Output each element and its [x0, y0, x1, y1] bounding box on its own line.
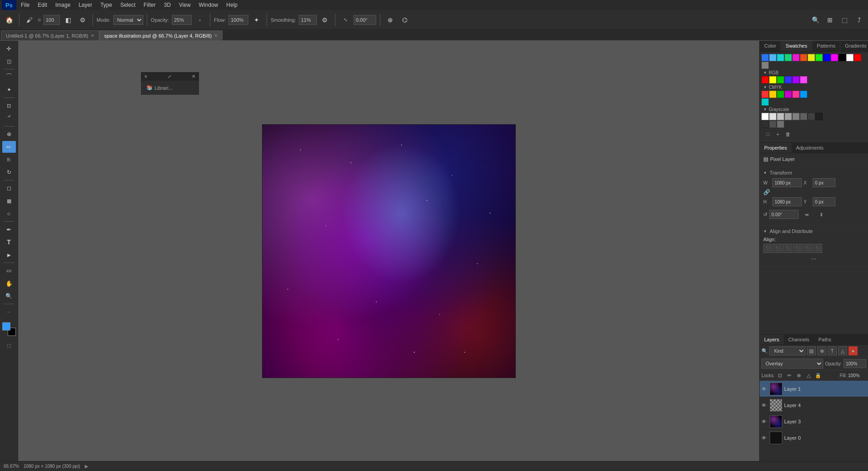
- menu-type[interactable]: Type: [97, 1, 116, 9]
- menu-3d[interactable]: 3D: [160, 1, 174, 9]
- opacity-icon[interactable]: ⬦: [194, 14, 206, 26]
- lock-image-btn[interactable]: ✏: [786, 371, 794, 379]
- swatch-item[interactable]: [785, 76, 792, 83]
- lock-artboard-btn[interactable]: △: [805, 371, 813, 379]
- flip-horizontal-icon[interactable]: ⇔: [800, 208, 813, 221]
- more-options-icon[interactable]: ···: [811, 255, 817, 262]
- tab-adjustments[interactable]: Adjustments: [791, 143, 828, 153]
- transform-header[interactable]: ▼ Transform: [763, 170, 864, 175]
- swatch-item[interactable]: [761, 113, 769, 120]
- swatch-item[interactable]: [761, 121, 769, 128]
- floating-panel-close-btn[interactable]: ≡: [145, 74, 147, 79]
- layer-item-2[interactable]: 👁 Layer 3: [760, 413, 868, 430]
- flow-input[interactable]: [228, 15, 248, 25]
- swatch-item[interactable]: [785, 91, 792, 98]
- swatch-item[interactable]: [777, 113, 784, 120]
- swatch-item[interactable]: [823, 54, 830, 61]
- swatch-item[interactable]: [769, 54, 776, 61]
- align-top-btn[interactable]: ⬛: [793, 244, 802, 253]
- align-center-v-btn[interactable]: ⬛: [803, 244, 812, 253]
- layer-item-0[interactable]: 👁 Layer 1: [760, 381, 868, 397]
- blend-mode-select[interactable]: Overlay: [761, 359, 823, 369]
- angle-input[interactable]: [354, 15, 376, 25]
- eraser-btn[interactable]: ◻: [2, 182, 16, 194]
- layer-1-visibility-btn[interactable]: 👁: [761, 403, 768, 408]
- swatch-item[interactable]: [839, 54, 846, 61]
- menu-window[interactable]: Window: [195, 1, 222, 9]
- tab-color[interactable]: Color: [760, 41, 781, 52]
- menu-view[interactable]: View: [175, 1, 194, 9]
- rectangle-tool-btn[interactable]: ▭: [2, 265, 16, 277]
- align-center-h-btn[interactable]: ⬛: [773, 244, 782, 253]
- swatch-item[interactable]: [792, 54, 800, 61]
- doc-tab-0-close[interactable]: ✕: [91, 33, 94, 38]
- lock-proportions-icon[interactable]: 🔗: [763, 189, 771, 195]
- grayscale-group-header[interactable]: ▼ Grayscale: [761, 106, 866, 113]
- canvas-area[interactable]: ≡ ⤢ ✕ 📚 Librari...: [18, 41, 759, 461]
- menu-help[interactable]: Help: [223, 1, 241, 9]
- lock-all-btn[interactable]: 🔒: [814, 371, 822, 379]
- foreground-color-swatch[interactable]: [2, 322, 10, 330]
- swatch-item[interactable]: [846, 54, 853, 61]
- align-right-btn[interactable]: ⬛: [783, 244, 792, 253]
- tab-channels[interactable]: Channels: [784, 335, 814, 345]
- hand-tool-btn[interactable]: ✋: [2, 277, 16, 289]
- status-arrow[interactable]: ▶: [85, 464, 88, 469]
- smoothing-input[interactable]: [299, 15, 317, 25]
- screen-mode-icon[interactable]: ⬚: [838, 14, 851, 26]
- doc-tab-1[interactable]: space illustration.psd @ 66.7% (Layer 4,…: [99, 30, 223, 40]
- brush-tool-btn[interactable]: ✏: [2, 141, 16, 153]
- fill-input[interactable]: [848, 373, 866, 378]
- fg-bg-colors[interactable]: [2, 322, 16, 336]
- tab-properties[interactable]: Properties: [760, 143, 791, 153]
- swatch-item[interactable]: [777, 121, 784, 128]
- path-selection-btn[interactable]: ▶: [2, 249, 16, 261]
- menu-select[interactable]: Select: [116, 1, 139, 9]
- align-left-btn[interactable]: ⬛: [763, 244, 772, 253]
- swatch-item[interactable]: [792, 76, 800, 83]
- libraries-button[interactable]: 📚 Librari...: [144, 83, 196, 92]
- y-input[interactable]: [813, 197, 835, 206]
- swatch-item[interactable]: [815, 113, 823, 120]
- swatch-item[interactable]: [761, 91, 769, 98]
- layer-kind-filter[interactable]: Kind: [769, 346, 805, 355]
- swatch-item[interactable]: [792, 113, 800, 120]
- swatches-new-group-btn[interactable]: □: [763, 130, 772, 139]
- quick-mask-btn[interactable]: ⬚: [2, 340, 16, 351]
- swatch-item[interactable]: [769, 91, 776, 98]
- tab-paths[interactable]: Paths: [814, 335, 836, 345]
- smoothing-options-icon[interactable]: ⚙: [319, 14, 331, 26]
- swatch-item[interactable]: [761, 98, 769, 106]
- layer-item-1[interactable]: 👁 Layer 4: [760, 397, 868, 413]
- swatches-new-btn[interactable]: +: [773, 130, 782, 139]
- brush-settings-icon[interactable]: ⚙: [76, 14, 89, 26]
- tab-layers[interactable]: Layers: [760, 335, 784, 345]
- type-tool-btn[interactable]: T: [2, 236, 16, 248]
- tab-gradients[interactable]: Gradients: [840, 41, 868, 52]
- swatch-item[interactable]: [769, 113, 776, 120]
- rgb-group-header[interactable]: ▼ RGB: [761, 69, 866, 76]
- menu-edit[interactable]: Edit: [34, 1, 51, 9]
- layer-filter-smartobj-btn[interactable]: ●: [849, 346, 858, 355]
- swatch-item[interactable]: [800, 91, 807, 98]
- swatch-item[interactable]: [808, 113, 815, 120]
- brush-size-input[interactable]: [44, 15, 60, 25]
- swatch-item[interactable]: [761, 54, 769, 61]
- history-brush-btn[interactable]: ↻: [2, 166, 16, 178]
- eyedropper-btn[interactable]: 𝄓: [2, 112, 16, 124]
- swatch-item[interactable]: [800, 54, 807, 61]
- cmyk-group-header[interactable]: ▼ CMYK: [761, 84, 866, 91]
- layer-filter-adjust-btn[interactable]: ⊕: [817, 346, 826, 355]
- layer-item-3[interactable]: 👁 Layer 0: [760, 430, 868, 446]
- lasso-tool-btn[interactable]: ⌒: [2, 71, 16, 83]
- layer-opacity-input[interactable]: [844, 359, 866, 368]
- brush-preset-picker[interactable]: 🖌: [23, 14, 36, 26]
- tab-swatches[interactable]: Swatches: [781, 41, 812, 52]
- pressure-icon[interactable]: ⌬: [398, 14, 411, 26]
- angle-input[interactable]: [769, 210, 799, 219]
- healing-brush-btn[interactable]: ⊕: [2, 128, 16, 140]
- layer-filter-pixel-btn[interactable]: ▤: [807, 346, 816, 355]
- clone-stamp-btn[interactable]: ⎘: [2, 154, 16, 165]
- swatch-item[interactable]: [777, 54, 784, 61]
- floating-panel-expand-btn[interactable]: ⤢: [168, 74, 171, 79]
